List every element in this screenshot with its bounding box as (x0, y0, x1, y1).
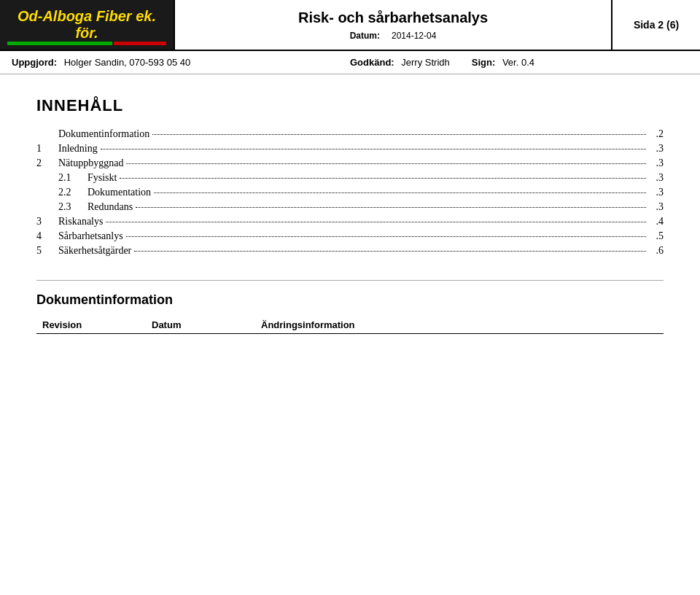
toc-num-1: 1 (36, 143, 58, 155)
toc-dots-23 (136, 207, 646, 208)
toc-label-1: Inledning (58, 143, 98, 155)
toc-dots-4 (126, 236, 646, 237)
col-andringsinformation: Ändringsinformation (255, 316, 664, 334)
toc-label-23: Redundans (88, 201, 133, 213)
toc-label-22: Dokumentation (88, 187, 151, 198)
toc-label-0: Dokumentinformation (58, 128, 149, 140)
toc-title: Innehåll (36, 96, 664, 115)
col-revision: Revision (36, 316, 146, 334)
header-title-area: Risk- och sårbarhetsanalys Datum: 2014-1… (175, 0, 612, 50)
toc-num-4: 4 (36, 230, 58, 242)
toc-item-sakerhetsatgarder: 5 Säkerhetsåtgärder .6 (36, 244, 664, 258)
sub-header-right: Godkänd: Jerry Stridh Sign: Ver. 0.4 (350, 57, 688, 68)
page: Od-Alboga Fiber ek. för. Risk- och sårba… (0, 0, 700, 595)
doc-info-table: Revision Datum Ändringsinformation (36, 316, 664, 340)
toc-item-fysiskt: 2.1 Fysiskt .3 (36, 171, 664, 185)
toc-section: Innehåll Dokumentinformation .2 1 Inledn… (36, 96, 664, 258)
toc-dots-22 (154, 192, 646, 193)
sign-value: Ver. 0.4 (502, 57, 534, 68)
toc-entries: Dokumentinformation .2 1 Inledning .3 2 … (36, 127, 664, 258)
sub-header: Uppgjord: Holger Sandin, 070-593 05 40 G… (0, 51, 700, 74)
toc-num-21: 2.1 (58, 172, 88, 184)
cell-andring-1 (255, 334, 664, 341)
toc-page-5: .6 (649, 245, 664, 257)
col-datum: Datum (146, 316, 255, 334)
toc-dots-3 (106, 222, 646, 222)
toc-item-inledning: 1 Inledning .3 (36, 141, 664, 156)
cell-datum-1 (146, 334, 255, 341)
uppgjord-label: Uppgjord: (12, 57, 57, 68)
sign-label: Sign: (472, 57, 496, 68)
toc-page-2: .3 (649, 158, 664, 169)
toc-page-23: .3 (649, 201, 664, 213)
page-number: Sida 2 (6) (612, 0, 700, 50)
toc-page-1: .3 (649, 143, 664, 155)
toc-num-2: 2 (36, 158, 58, 169)
toc-dots-1 (101, 149, 646, 149)
toc-label-21: Fysiskt (88, 172, 117, 184)
doc-table-header-row: Revision Datum Ändringsinformation (36, 316, 664, 334)
toc-item-sarbarhetsanlys: 4 Sårbarhetsanlys .5 (36, 229, 664, 244)
toc-label-3: Riskanalys (58, 216, 103, 228)
datum-value: 2014-12-04 (392, 31, 436, 41)
toc-dots-2 (126, 163, 646, 164)
section-divider (36, 280, 664, 281)
logo-bar-red (114, 42, 166, 45)
datum-label: Datum: (350, 31, 380, 41)
content-area: Innehåll Dokumentinformation .2 1 Inledn… (0, 74, 700, 362)
header: Od-Alboga Fiber ek. för. Risk- och sårba… (0, 0, 700, 51)
toc-label-2: Nätuppbyggnad (58, 158, 123, 169)
logo-bar-green (7, 42, 112, 45)
toc-page-22: .3 (649, 187, 664, 198)
toc-item-natuppbyggnad: 2 Nätuppbyggnad .3 (36, 156, 664, 171)
logo-text: Od-Alboga Fiber ek. för. (7, 8, 166, 42)
toc-num-22: 2.2 (58, 187, 88, 198)
toc-dots-5 (134, 251, 646, 252)
toc-item-dokumentation: 2.2 Dokumentation .3 (36, 185, 664, 200)
toc-item-redundans: 2.3 Redundans .3 (36, 200, 664, 214)
toc-page-3: .4 (649, 216, 664, 228)
document-title: Risk- och sårbarhetsanalys (298, 9, 488, 26)
toc-page-4: .5 (649, 230, 664, 242)
toc-dots-0 (152, 134, 646, 135)
godkand-label: Godkänd: (350, 57, 394, 68)
doc-table-row-empty (36, 334, 664, 341)
toc-dots-21 (120, 178, 646, 179)
toc-num-5: 5 (36, 245, 58, 257)
sub-header-left: Uppgjord: Holger Sandin, 070-593 05 40 (12, 57, 350, 68)
toc-page-0: .2 (649, 128, 664, 140)
doc-info-section: Dokumentinformation Revision Datum Ändri… (36, 292, 664, 340)
toc-item-dokumentinformation: Dokumentinformation .2 (36, 127, 664, 141)
toc-label-4: Sårbarhetsanlys (58, 230, 123, 242)
logo-area: Od-Alboga Fiber ek. för. (0, 0, 175, 50)
toc-label-5: Säkerhetsåtgärder (58, 245, 131, 257)
godkand-value: Jerry Stridh (401, 57, 449, 68)
toc-page-21: .3 (649, 172, 664, 184)
toc-item-riskanalys: 3 Riskanalys .4 (36, 214, 664, 229)
uppgjord-value: Holger Sandin, 070-593 05 40 (64, 57, 190, 68)
toc-num-23: 2.3 (58, 201, 88, 213)
cell-revision-1 (36, 334, 146, 341)
doc-info-title: Dokumentinformation (36, 292, 664, 308)
toc-num-3: 3 (36, 216, 58, 228)
logo-bars (7, 42, 166, 45)
